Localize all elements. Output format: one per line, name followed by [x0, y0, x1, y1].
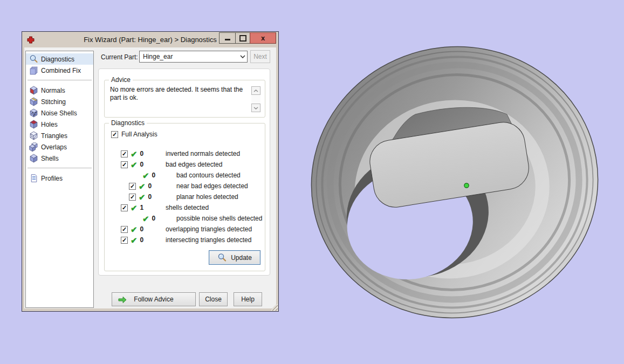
follow-advice-label: Follow Advice [134, 296, 173, 303]
row-count: 0 [140, 150, 148, 157]
sidebar-item-overlaps[interactable]: Overlaps [26, 141, 93, 153]
check-icon: ✔ [142, 171, 149, 180]
chevron-down-icon [238, 51, 247, 62]
dialog-client-area: DiagnosticsCombined Fix Normals Stitchin… [24, 47, 276, 308]
sidebar-item-normals[interactable]: Normals [26, 85, 93, 96]
sidebar-item-holes[interactable]: Holes [26, 119, 93, 130]
sidebar-item-label: Profiles [41, 175, 63, 182]
sidebar-separator [28, 80, 92, 81]
scroll-down-button[interactable] [251, 104, 260, 112]
sidebar-item-label: Normals [41, 87, 65, 94]
advice-scrollbar [251, 86, 260, 112]
check-icon: ✔ [131, 236, 138, 244]
row-label: shells detected [166, 204, 209, 211]
full-analysis-checkbox[interactable]: ✓ [111, 131, 118, 138]
row-label: possible noise shells detected [176, 215, 262, 222]
scrollbar-track[interactable] [251, 95, 260, 104]
sidebar-item-triangles[interactable]: Triangles [26, 130, 93, 141]
check-icon: ✔ [139, 182, 146, 190]
follow-advice-button[interactable]: Follow Advice [112, 292, 196, 306]
advice-text: No more errors are detected. It seems th… [110, 86, 245, 102]
diagnostic-row: ✓✔0intersecting triangles detected [121, 235, 262, 245]
sidebar-item-label: Noise Shells [41, 109, 77, 117]
row-label: intersecting triangles detected [166, 236, 251, 244]
full-analysis-label: Full Analysis [121, 131, 157, 138]
update-button[interactable]: Update [209, 250, 260, 265]
check-icon: ✔ [131, 161, 138, 169]
sidebar-item-stitching[interactable]: Stitching [26, 96, 93, 107]
sidebar-item-label: Combined Fix [41, 67, 81, 74]
row-label: overlapping triangles detected [166, 225, 252, 233]
shell-marker [464, 183, 469, 188]
diagnostic-row: ✓✔0planar holes detected [121, 191, 262, 202]
main-panel: Advice No more errors are detected. It s… [98, 68, 270, 276]
row-label: planar holes detected [176, 193, 238, 201]
sidebar-item-label: Stitching [41, 98, 66, 106]
sidebar-separator [28, 168, 92, 169]
diagnostic-row: ✓✔1shells detected [121, 202, 262, 213]
scroll-down-icon [253, 107, 258, 109]
cube-wireframe-icon [29, 131, 38, 140]
sidebar-item-noise-shells[interactable]: Noise Shells [26, 107, 93, 119]
wizard-sidebar: DiagnosticsCombined Fix Normals Stitchin… [25, 51, 94, 308]
row-count: 0 [140, 225, 148, 233]
scroll-up-button[interactable] [251, 86, 260, 95]
row-checkbox[interactable]: ✓ [121, 237, 128, 244]
check-icon: ✔ [139, 193, 146, 201]
sidebar-item-label: Shells [41, 155, 59, 162]
check-icon: ✔ [131, 204, 138, 212]
row-count: 1 [140, 204, 148, 211]
diagnostics-groupbox: Diagnostics ✓ Full Analysis ✓✔0inverted … [104, 123, 265, 271]
diagnostic-row: ✓✔0inverted normals detected [121, 148, 262, 159]
magnifier-icon [29, 54, 38, 64]
titlebar[interactable]: Fix Wizard (Part: Hinge_ear) > Diagnosti… [22, 32, 278, 47]
green-arrow-icon [118, 295, 127, 305]
row-checkbox[interactable]: ✓ [121, 226, 128, 233]
close-icon: x [261, 35, 265, 42]
row-checkbox[interactable]: ✓ [121, 161, 128, 168]
row-count: 0 [140, 236, 148, 244]
row-count: 0 [152, 171, 160, 179]
sidebar-item-label: Diagnostics [41, 56, 74, 63]
sidebar-item-diagnostics[interactable]: Diagnostics [26, 53, 93, 65]
row-count: 0 [152, 215, 160, 222]
minimize-icon [225, 39, 230, 40]
row-label: bad contours detected [176, 171, 241, 179]
document-icon [29, 174, 38, 183]
help-button[interactable]: Help [234, 292, 262, 306]
diagnostic-row: ✓✔0near bad edges detected [121, 181, 262, 191]
check-icon: ✔ [131, 225, 138, 233]
check-icon: ✔ [131, 150, 138, 158]
minimize-button[interactable] [219, 32, 236, 44]
diagnostic-row: ✓✔0overlapping triangles detected [121, 224, 262, 235]
current-part-combobox[interactable]: Hinge_ear [139, 51, 248, 63]
row-count: 0 [148, 193, 156, 201]
maximize-button[interactable] [235, 32, 250, 44]
row-checkbox[interactable]: ✓ [121, 204, 128, 211]
cube-stitch-icon [29, 97, 38, 106]
row-label: inverted normals detected [166, 150, 240, 157]
row-checkbox[interactable]: ✓ [121, 150, 128, 157]
sidebar-item-label: Overlaps [41, 143, 67, 151]
current-part-label: Current Part: [101, 53, 138, 61]
advice-group-label: Advice [109, 76, 133, 84]
diagnostic-rows: ✓✔0inverted normals detected✓✔0bad edges… [121, 148, 262, 245]
next-button[interactable]: Next [250, 50, 270, 63]
close-window-button[interactable]: x [250, 32, 276, 44]
cube-dots-icon [29, 108, 38, 118]
row-checkbox[interactable]: ✓ [129, 183, 136, 190]
diagnostics-group-label: Diagnostics [109, 119, 147, 127]
sidebar-item-combined-fix[interactable]: Combined Fix [26, 65, 93, 76]
update-label: Update [231, 254, 252, 262]
maximize-icon [239, 35, 246, 42]
sidebar-item-profiles[interactable]: Profiles [26, 173, 93, 184]
layers-icon [29, 66, 38, 75]
current-part-value: Hinge_ear [143, 53, 238, 60]
cube-red-face-icon [29, 86, 38, 95]
sidebar-item-shells[interactable]: Shells [26, 153, 93, 164]
row-checkbox[interactable]: ✓ [129, 194, 136, 201]
close-button[interactable]: Close [199, 292, 228, 306]
advice-groupbox: Advice No more errors are detected. It s… [104, 80, 265, 118]
row-label: bad edges detected [166, 161, 222, 168]
row-label: near bad edges detected [176, 182, 248, 190]
